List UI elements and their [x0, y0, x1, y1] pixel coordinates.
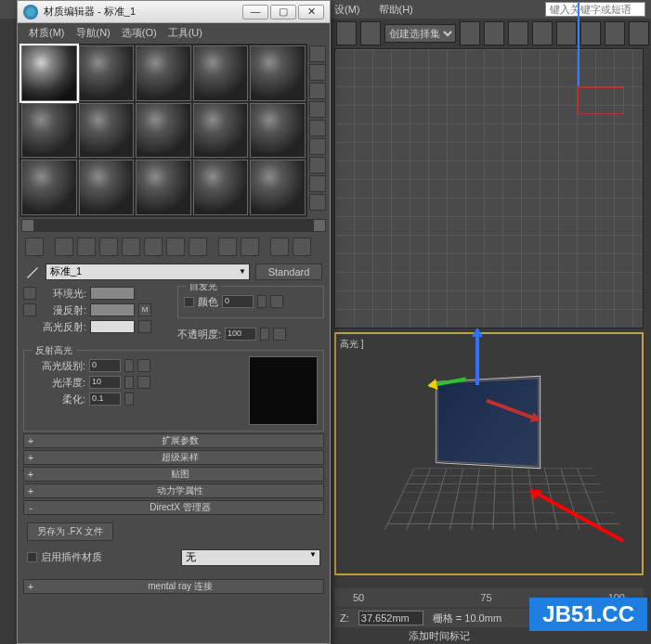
toolbar-button[interactable] [360, 21, 381, 45]
material-editor-icon[interactable] [605, 21, 625, 45]
material-slot[interactable] [21, 103, 77, 159]
save-fx-button[interactable]: 另存为 .FX 文件 [27, 522, 113, 541]
material-slot[interactable] [250, 45, 306, 101]
minimize-button[interactable]: — [242, 5, 268, 19]
rollout-maps[interactable]: +贴图 [23, 467, 324, 482]
make-unique-icon[interactable] [144, 238, 163, 256]
sample-type-icon[interactable] [309, 45, 326, 62]
keyword-search-input[interactable] [545, 2, 645, 17]
rollout-extended[interactable]: +扩展参数 [23, 433, 324, 448]
gloss-spinner[interactable]: 10 [89, 376, 121, 389]
toolbar-button[interactable] [336, 21, 357, 45]
material-slot[interactable] [79, 160, 135, 215]
menu-help[interactable]: 帮助(H) [379, 3, 413, 17]
maximize-button[interactable]: ▢ [270, 5, 296, 19]
selection-set-dropdown[interactable]: 创建选择集 [384, 24, 456, 43]
ambient-color-swatch[interactable] [90, 287, 135, 300]
close-button[interactable]: ✕ [298, 5, 324, 19]
add-time-tag[interactable]: 添加时间标记 [409, 629, 470, 643]
scroll-left-icon[interactable] [21, 219, 34, 232]
mat-map-nav-icon[interactable] [309, 194, 326, 211]
ambient-lock-icon[interactable] [23, 287, 36, 300]
rollout-supersample[interactable]: +超级采样 [23, 450, 324, 465]
plugin-material-dropdown[interactable]: 无 [181, 549, 320, 566]
z-coord-input[interactable] [358, 611, 423, 625]
assign-to-sel-icon[interactable] [77, 238, 96, 256]
mat-id-icon[interactable] [189, 238, 207, 256]
reset-map-icon[interactable] [99, 238, 118, 256]
scroll-right-icon[interactable] [313, 219, 326, 232]
render-setup-icon[interactable] [629, 21, 649, 45]
plane-object[interactable] [437, 378, 539, 467]
menu-material[interactable]: 材质(M) [25, 24, 69, 42]
material-name-dropdown[interactable]: 标准_1 [46, 264, 250, 280]
select-by-mat-icon[interactable] [309, 175, 326, 192]
material-slot[interactable] [136, 160, 191, 215]
curve-editor-icon[interactable] [556, 21, 577, 45]
material-slot[interactable] [136, 103, 191, 159]
selfillum-map-button[interactable] [270, 295, 283, 308]
menu-options[interactable]: 选项(O) [118, 24, 161, 42]
spec-level-map-button[interactable] [137, 359, 150, 372]
material-slot[interactable] [193, 45, 249, 101]
spinner-arrows-icon[interactable] [124, 393, 134, 406]
menu-navigate[interactable]: 导航(N) [72, 24, 114, 42]
spinner-arrows-icon[interactable] [124, 376, 134, 389]
spinner-arrows-icon[interactable] [124, 359, 134, 372]
show-end-icon[interactable] [241, 238, 259, 256]
material-slot[interactable] [21, 160, 77, 215]
scrollbar-track[interactable] [34, 219, 313, 232]
rollout-directx[interactable]: -DirectX 管理器 [23, 500, 324, 515]
uv-tiling-icon[interactable] [309, 101, 326, 118]
material-slot[interactable] [79, 103, 135, 159]
make-copy-icon[interactable] [122, 238, 140, 256]
mirror-icon[interactable] [484, 21, 504, 45]
diffuse-lock-icon[interactable] [23, 303, 36, 316]
diffuse-color-swatch[interactable] [90, 303, 135, 316]
selfillum-spinner[interactable]: 0 [222, 295, 254, 308]
go-parent-icon[interactable] [270, 238, 289, 256]
align-icon[interactable] [508, 21, 528, 45]
backlight-icon[interactable] [309, 64, 326, 81]
rollout-mentalray[interactable]: +mental ray 连接 [23, 579, 324, 594]
spec-level-spinner[interactable]: 0 [89, 359, 121, 372]
menu-tools[interactable]: 工具(U) [164, 24, 206, 42]
put-to-scene-icon[interactable] [55, 238, 73, 256]
soften-spinner[interactable]: 0.1 [89, 393, 121, 406]
pick-material-icon[interactable] [25, 264, 40, 279]
toolbar-button[interactable] [460, 21, 480, 45]
show-in-vp-icon[interactable] [218, 238, 237, 256]
material-slot[interactable] [136, 45, 191, 101]
material-type-button[interactable]: Standard [255, 264, 322, 280]
put-to-lib-icon[interactable] [166, 238, 185, 256]
slots-scrollbar[interactable] [21, 219, 326, 232]
enable-plugin-checkbox[interactable] [27, 552, 37, 562]
diffuse-map-button[interactable]: M [138, 303, 151, 316]
options-icon[interactable] [309, 157, 326, 174]
viewport-top[interactable] [334, 48, 644, 328]
make-preview-icon[interactable] [309, 138, 326, 155]
layers-icon[interactable] [532, 21, 553, 45]
dialog-titlebar[interactable]: 材质编辑器 - 标准_1 — ▢ ✕ [18, 1, 330, 23]
spinner-arrows-icon[interactable] [260, 328, 269, 341]
material-slot[interactable] [79, 45, 135, 101]
video-check-icon[interactable] [309, 120, 326, 136]
rollout-dynamics[interactable]: +动力学属性 [23, 483, 324, 498]
viewport-perspective[interactable]: 高光 ] [334, 332, 644, 575]
material-slot[interactable] [250, 160, 306, 215]
go-sibling-icon[interactable] [293, 238, 311, 256]
spinner-arrows-icon[interactable] [257, 295, 267, 308]
menu-set[interactable]: 设(M) [334, 3, 360, 17]
opacity-map-button[interactable] [273, 328, 286, 341]
specular-color-swatch[interactable] [90, 320, 135, 333]
material-slot[interactable] [193, 103, 249, 159]
material-slot[interactable] [193, 160, 249, 215]
material-slot[interactable] [21, 45, 77, 101]
gloss-map-button[interactable] [137, 376, 150, 389]
get-material-icon[interactable] [25, 238, 44, 256]
color-checkbox[interactable] [184, 297, 194, 307]
schematic-icon[interactable] [580, 21, 601, 45]
material-slot[interactable] [250, 103, 306, 159]
background-icon[interactable] [309, 83, 326, 99]
opacity-spinner[interactable]: 100 [225, 328, 256, 341]
